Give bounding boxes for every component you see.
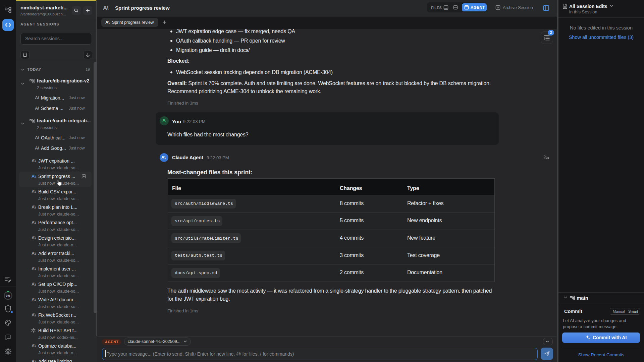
svg-text:3%: 3%: [6, 294, 10, 297]
